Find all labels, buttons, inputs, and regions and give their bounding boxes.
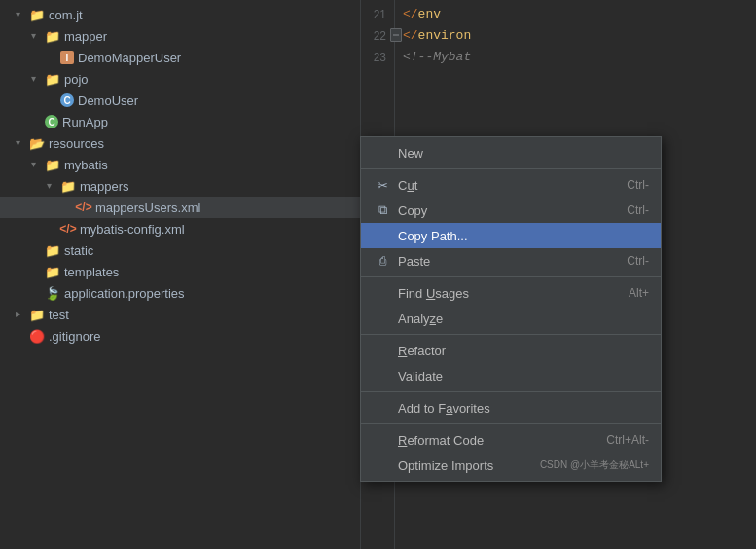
- menu-item-paste[interactable]: ⎙ Paste Ctrl-: [361, 248, 661, 274]
- menu-label-paste: Paste: [398, 254, 607, 269]
- paste-icon: ⎙: [379, 254, 386, 268]
- menu-item-reformat[interactable]: Reformat Code Ctrl+Alt-: [361, 427, 661, 453]
- arrow-icon: [31, 73, 43, 85]
- item-label: mybatis: [64, 158, 108, 172]
- menu-label-find-usages: Find Usages: [398, 286, 609, 301]
- item-label: mybatis-config.xml: [80, 222, 185, 237]
- menu-label-copy-path: Copy Path...: [398, 229, 630, 243]
- item-label: resources: [49, 136, 104, 151]
- menu-item-optimize[interactable]: Optimize Imports CSDN @小羊考金秘ALt+: [361, 453, 661, 478]
- menu-label-favorites: Add to Favorites: [398, 401, 630, 416]
- tree-item-templates[interactable]: 📁 templates: [0, 261, 360, 282]
- tree-item-DemoMapperUser[interactable]: I DemoMapperUser: [0, 47, 360, 68]
- menu-item-add-favorites[interactable]: Add to Favorites: [361, 395, 661, 421]
- menu-item-new[interactable]: New: [361, 140, 661, 165]
- copy-icon: [378, 202, 387, 218]
- menu-icon-copy: [373, 202, 392, 218]
- tree-item-pojo[interactable]: 📁 pojo: [0, 68, 360, 90]
- separator-3: [361, 334, 661, 335]
- menu-label-validate: Validate: [398, 369, 630, 384]
- scissors-icon: [378, 178, 388, 193]
- folder-icon: 📁: [29, 7, 45, 22]
- item-label: mappers: [80, 179, 129, 194]
- item-label: mappersUsers.xml: [95, 201, 200, 215]
- tree-item-RunApp[interactable]: C RunApp: [0, 111, 360, 132]
- xml-icon: </>: [60, 221, 76, 237]
- tree-item-DemoUser[interactable]: C DemoUser: [0, 90, 360, 111]
- code-line-22: </environ: [403, 25, 748, 47]
- arrow-icon: [31, 159, 43, 170]
- menu-label-copy: Copy: [398, 203, 607, 218]
- item-label: .gitignore: [49, 329, 100, 344]
- arrow-icon: [31, 30, 43, 42]
- menu-item-copy-path[interactable]: Copy Path...: [361, 223, 661, 248]
- tree-item-resources[interactable]: 📂 resources: [0, 132, 360, 154]
- item-label: RunApp: [62, 115, 108, 129]
- item-label: pojo: [64, 72, 89, 87]
- tree-item-mybatis-config[interactable]: </> mybatis-config.xml: [0, 218, 360, 239]
- xml-icon: </>: [76, 200, 91, 215]
- tree-item-application[interactable]: 🍃 application.properties: [0, 282, 360, 304]
- item-label: DemoUser: [78, 93, 138, 108]
- gitignore-icon: 🔴: [29, 328, 45, 344]
- folder-icon: 📁: [45, 264, 60, 279]
- tree-item-com-jt[interactable]: 📁 com.jt: [0, 4, 360, 25]
- arrow-icon: [47, 180, 58, 192]
- class-green-icon: C: [45, 115, 58, 128]
- menu-label-refactor: Refactor: [398, 344, 630, 358]
- menu-item-cut[interactable]: Cut Ctrl-: [361, 172, 661, 198]
- menu-item-find-usages[interactable]: Find Usages Alt+: [361, 280, 661, 306]
- menu-item-analyze[interactable]: Analyze: [361, 306, 661, 331]
- menu-shortcut-optimize: CSDN @小羊考金秘ALt+: [540, 458, 649, 472]
- folder-icon: 📁: [45, 28, 60, 44]
- item-label: DemoMapperUser: [78, 51, 181, 65]
- tree-item-mappers[interactable]: 📁 mappers: [0, 175, 360, 197]
- menu-item-refactor[interactable]: Refactor: [361, 338, 661, 363]
- menu-shortcut-paste: Ctrl-: [627, 254, 649, 268]
- folder-icon: 📁: [45, 157, 60, 172]
- arrow-icon: [16, 309, 27, 320]
- tree-item-gitignore[interactable]: 🔴 .gitignore: [0, 325, 360, 347]
- menu-shortcut-cut: Ctrl-: [627, 178, 649, 192]
- folder-icon: 📁: [45, 242, 60, 258]
- separator-4: [361, 391, 661, 392]
- item-label: static: [64, 243, 93, 258]
- tree-item-mapper[interactable]: 📁 mapper: [0, 25, 360, 47]
- menu-label-cut: Cut: [398, 178, 607, 193]
- menu-shortcut-find: Alt+: [629, 286, 649, 300]
- line-21: 21: [361, 4, 394, 25]
- code-line-21: </env: [403, 4, 748, 25]
- line-22: 22: [361, 25, 394, 47]
- item-label: mapper: [64, 29, 107, 44]
- separator-1: [361, 168, 661, 169]
- menu-item-copy[interactable]: Copy Ctrl-: [361, 198, 661, 223]
- menu-shortcut-copy: Ctrl-: [627, 203, 649, 217]
- class-icon: C: [60, 93, 74, 107]
- folder-icon: 📁: [45, 71, 60, 87]
- menu-label-analyze: Analyze: [398, 311, 630, 326]
- menu-icon-cut: [373, 178, 392, 193]
- item-label: test: [49, 308, 69, 322]
- code-line-23: <!--Mybat: [403, 47, 748, 68]
- tree-item-test[interactable]: 📁 test: [0, 304, 360, 325]
- tree-item-mybatis[interactable]: 📁 mybatis: [0, 154, 360, 175]
- menu-label-optimize: Optimize Imports: [398, 458, 521, 473]
- file-tree: 📁 com.jt 📁 mapper I DemoMapperUser 📁 poj…: [0, 0, 360, 549]
- tree-item-mappersUsers[interactable]: </> mappersUsers.xml: [0, 197, 360, 218]
- tree-item-static[interactable]: 📁 static: [0, 239, 360, 261]
- folder-icon: 📁: [60, 178, 76, 194]
- line-23: 23: [361, 47, 394, 68]
- menu-shortcut-reformat: Ctrl+Alt-: [606, 433, 649, 447]
- item-label: com.jt: [49, 8, 83, 22]
- folder-icon: 📁: [29, 307, 45, 322]
- item-label: templates: [64, 265, 119, 279]
- menu-icon-paste: ⎙: [373, 254, 392, 268]
- item-label: application.properties: [64, 286, 185, 301]
- context-menu: New Cut Ctrl- Copy Ctrl- Copy Path... ⎙ …: [360, 136, 662, 482]
- props-icon: 🍃: [45, 285, 60, 301]
- menu-label-new: New: [398, 146, 630, 161]
- arrow-icon: [16, 137, 27, 149]
- arrow-icon: [16, 9, 27, 20]
- menu-item-validate[interactable]: Validate: [361, 363, 661, 388]
- interface-icon: I: [60, 51, 74, 64]
